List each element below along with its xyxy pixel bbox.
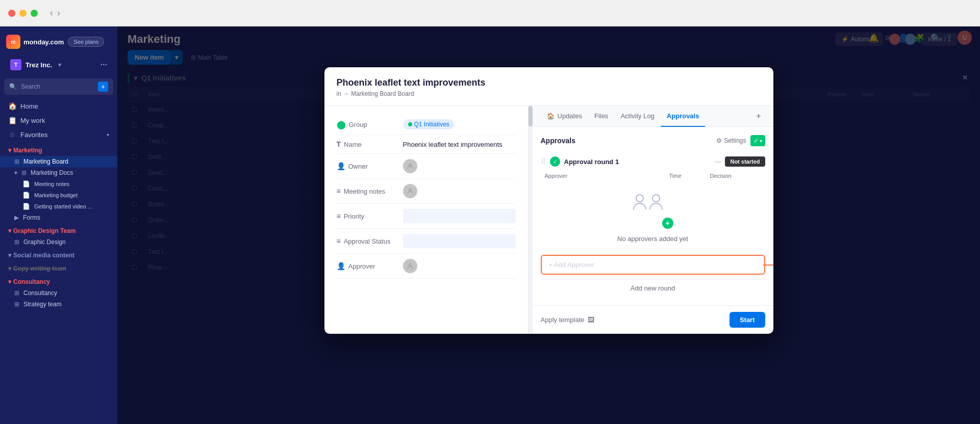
name-value: Phoenix leaflet text improvements [403, 141, 502, 148]
approval-round-container: ⠿ ✓ Approval round 1 ··· Not started App… [541, 152, 765, 275]
group-chip[interactable]: Q1 Initiatives [403, 119, 455, 129]
consultancy-section: ▾ Consultancy ⊞ Consultancy ⊞ Strategy t… [0, 275, 117, 311]
traffic-light-green[interactable] [31, 10, 38, 17]
sidebar-item-strategy-team[interactable]: ⊞ Strategy team [0, 299, 117, 310]
add-new-round-button[interactable]: Add new round [541, 279, 765, 297]
workspace-more[interactable]: ▾ [58, 62, 61, 68]
marketing-docs-label: Marketing Docs [31, 169, 73, 176]
field-priority: ≡ Priority [337, 204, 516, 229]
approvals-section-header: Approvals ⚙ Settings ✓ ▾ [541, 135, 765, 146]
workspace-header[interactable]: T Trez Inc. ▾ ··· [4, 55, 113, 74]
main-content: Marketing ⚡ New item Automate invite / 1… [117, 26, 980, 424]
meeting-icon: ≡ [337, 187, 341, 195]
marketing-board-label: Marketing Board [23, 158, 68, 165]
approval-status-bar[interactable] [403, 234, 516, 248]
tab-updates[interactable]: 🏠 Updates [541, 106, 588, 127]
chip-dot [408, 122, 412, 126]
col-time-header: Time [669, 173, 710, 179]
priority-bar[interactable] [403, 209, 516, 223]
see-plans-button[interactable]: See plans [68, 37, 104, 47]
workspace-name: Trez Inc. [26, 61, 52, 69]
nav-arrows[interactable]: ‹ › [50, 8, 60, 18]
workspace-options[interactable]: ··· [100, 60, 107, 69]
sidebar-top-bar: m monday.com See plans 🔔 ✉ 👤 🧩 🔍 ? U [0, 31, 117, 53]
name-icon: T [337, 140, 341, 148]
field-value-priority[interactable] [403, 209, 516, 223]
field-group: ⬤ Group Q1 Initiatives [337, 114, 516, 135]
sidebar-item-getting-started[interactable]: 📄 Getting started video ... [0, 201, 117, 212]
panel-tabs: 🏠 Updates Files Activity Log Approvals [533, 106, 773, 127]
round-drag-icon[interactable]: ⠿ [541, 157, 546, 166]
check-dropdown-button[interactable]: ✓ ▾ [750, 135, 765, 146]
svg-point-0 [409, 164, 411, 166]
add-tab-button[interactable]: + [752, 108, 765, 125]
search-bar[interactable]: 🔍 Search + [4, 78, 113, 95]
round-more-icon[interactable]: ··· [715, 157, 721, 166]
traffic-light-yellow[interactable] [19, 10, 27, 17]
sidebar-item-marketing-docs[interactable]: ▾ ⊞ Marketing Docs [0, 167, 117, 178]
app-container: m monday.com See plans 🔔 ✉ 👤 🧩 🔍 ? U T T… [0, 26, 980, 424]
field-value-approval-status[interactable] [403, 234, 516, 248]
approvals-section-title: Approvals [541, 137, 575, 145]
doc-icon-1: 📄 [22, 180, 30, 188]
graphic-design-board-label: Graphic Design [23, 238, 66, 246]
files-label: Files [594, 112, 608, 120]
docs-chevron: ▾ [14, 169, 17, 176]
field-value-meeting[interactable] [403, 184, 516, 198]
owner-avatar[interactable] [403, 159, 417, 173]
graphic-design-text: Graphic Design Team [13, 227, 76, 234]
field-name: T Name Phoenix leaflet text improvements [337, 135, 516, 154]
graphic-design-label[interactable]: ▾ Graphic Design Team [0, 225, 117, 236]
approvals-footer: Apply template 🖼 Start [533, 305, 773, 334]
forward-arrow[interactable]: › [57, 8, 60, 18]
tab-files[interactable]: Files [588, 106, 614, 127]
sidebar-item-favorites[interactable]: ☆ Favorites ▾ [4, 127, 113, 142]
sidebar-item-consultancy[interactable]: ⊞ Consultancy [0, 287, 117, 299]
favorites-icon: ☆ [8, 130, 16, 139]
sidebar-item-home[interactable]: 🏠 Home [4, 99, 113, 113]
copy-writing-label[interactable]: ▾ Copy writing team [0, 263, 117, 274]
approver-avatar[interactable] [403, 259, 417, 273]
sidebar-item-forms[interactable]: ▶ Forms [0, 212, 117, 223]
field-value-owner[interactable] [403, 159, 516, 173]
marketing-section-label[interactable]: ▾ Marketing [0, 145, 117, 156]
sidebar-item-mywork[interactable]: 📋 My work [4, 113, 113, 127]
mywork-label: My work [20, 117, 45, 124]
chip-label: Q1 Initiatives [414, 121, 449, 128]
tab-activity-log[interactable]: Activity Log [614, 106, 660, 127]
consultancy-board-icon: ⊞ [14, 289, 19, 297]
sidebar-item-marketing-board[interactable]: ⊞ Marketing Board [0, 156, 117, 167]
field-value-name[interactable]: Phoenix leaflet text improvements [403, 141, 516, 148]
consultancy-section-label[interactable]: ▾ Consultancy [0, 276, 117, 287]
tab-approvals[interactable]: Approvals [661, 106, 706, 127]
template-icon: 🖼 [588, 316, 594, 324]
marketing-budget-label: Marketing budget [34, 192, 78, 198]
add-new-button[interactable]: + [98, 82, 108, 92]
field-label-owner: 👤 Owner [337, 162, 403, 170]
sidebar-item-marketing-budget[interactable]: 📄 Marketing budget [0, 190, 117, 201]
add-approver-input[interactable]: + Add Approver [541, 255, 765, 275]
traffic-light-red[interactable] [8, 10, 15, 17]
person-icon-2 [645, 193, 663, 216]
drag-handle[interactable] [529, 106, 533, 126]
sidebar-item-meeting-notes[interactable]: 📄 Meeting notes [0, 178, 117, 190]
settings-button[interactable]: ⚙ Settings [716, 137, 746, 144]
consultancy-text: Consultancy [13, 278, 50, 285]
apply-template-button[interactable]: Apply template 🖼 [541, 316, 594, 324]
panel-divider[interactable] [529, 106, 533, 334]
field-value-group[interactable]: Q1 Initiatives [403, 119, 516, 129]
modal-overlay[interactable]: Phoenix leaflet text improvements in → M… [117, 26, 980, 424]
field-label-meeting: ≡ Meeting notes [337, 187, 403, 195]
meeting-avatar[interactable] [403, 184, 417, 198]
sidebar-item-graphic-design[interactable]: ⊞ Graphic Design [0, 236, 117, 248]
copy-writing-section: ▾ Copy writing team [0, 262, 117, 275]
approvers-illustration: + [633, 193, 673, 229]
group-dot-icon: ⬤ [337, 120, 346, 129]
social-media-label[interactable]: ▾ Social media content [0, 250, 117, 261]
b-annotation: B [763, 258, 773, 272]
back-arrow[interactable]: ‹ [50, 8, 53, 18]
modal-subtitle: in → Marketing Board Board [337, 90, 761, 97]
field-value-approver[interactable] [403, 259, 516, 273]
start-button[interactable]: Start [730, 312, 765, 328]
chevron-down-icon-3: ▾ [8, 278, 11, 285]
